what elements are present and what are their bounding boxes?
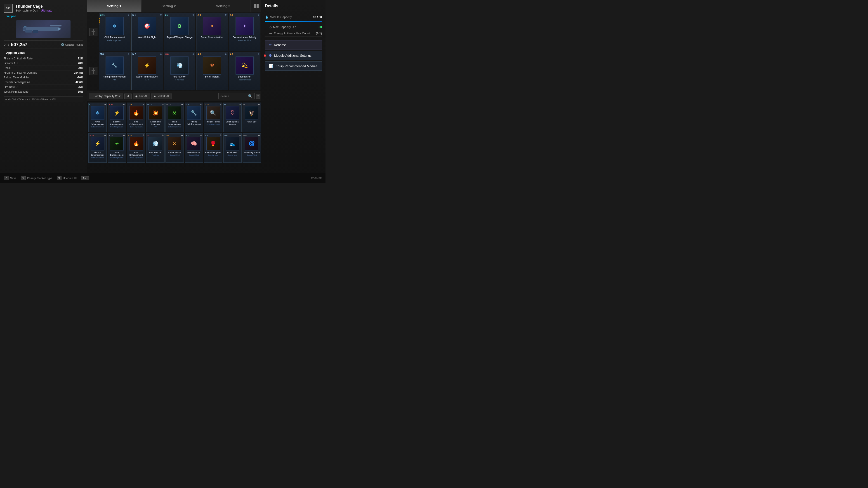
list-icon: 🌀 [245, 137, 258, 151]
list-item[interactable]: M 6 ⚙ 🥊 Real-Life Fighter Special Mod [204, 133, 222, 163]
list-socket: ⚙ [200, 134, 202, 136]
card-icon-better: ✦ [203, 17, 221, 35]
detail-row-maxcap: ◇ Max Capacity UP + 30 [265, 24, 322, 30]
list-icon: ⚡ [110, 106, 124, 120]
list-type: Fire Rate [152, 154, 159, 156]
module-card-action[interactable]: M 8 ⚙ ⚡ Action and Reaction ATK [131, 52, 163, 90]
list-item[interactable]: ✕ 7 ⚙ 💨 Fire Rate UP Fire Rate [146, 133, 164, 163]
list-item[interactable]: M 12 ⚙ 🔧 Rifling Reinforcement [185, 103, 203, 132]
module-card-insight[interactable]: A 8 ⚙ 👁 Better Insight [196, 52, 228, 90]
main-area: Setting 1 Setting 2 Setting 3 [87, 0, 262, 183]
list-name: Insight Focus [207, 121, 220, 123]
list-item[interactable]: R 6 ⚙ 🌀 Sweeping Squad Special Mod [243, 133, 261, 163]
module-card-weakpoint[interactable]: M 8 ⚙ 🎯 Weak Point Sight [131, 13, 163, 51]
card-name-edging: Edging Shot [238, 75, 251, 78]
stat-row: Rounds per Magazine 42.6% [4, 80, 83, 85]
list-item[interactable]: A 13 ⚙ 🔥 Fire Enhancement Bullet Improve… [127, 103, 145, 132]
right-panel: Details 💧 Module Capacity 80 / 80 ◇ Max … [261, 0, 326, 183]
stat-row: Firearm Critical Hit Damage 194.8% [4, 70, 83, 75]
detail-row-capacity: 💧 Module Capacity 80 / 80 [265, 14, 322, 20]
list-item[interactable]: M 11 ⚙ 🎖 Colon Special Forces [223, 103, 242, 132]
side-slot-bottom[interactable] [89, 67, 97, 75]
card-name-insight: Better Insight [205, 75, 219, 78]
rename-icon: ✏ [269, 43, 272, 47]
list-item[interactable]: R 12 ⚙ ☣ Toxic Enhancement Bullet Improv… [165, 103, 184, 132]
tab-setting-3[interactable]: Setting 3 [196, 0, 250, 12]
list-item[interactable]: A 11 ⚙ 🔍 Insight Focus Firearm Critical … [204, 103, 222, 132]
tab-setting-2[interactable]: Setting 2 [142, 0, 196, 12]
rename-label: Rename [274, 43, 286, 47]
rename-button[interactable]: ✏ Rename [265, 40, 322, 50]
list-item[interactable]: R 11 ⚙ 🦅 Hawk-Eye [243, 103, 261, 132]
equip-recommended-button[interactable]: 📊 Equip Recommended Module [265, 61, 322, 71]
list-cost: A 11 [128, 134, 132, 136]
tier-icon: ◈ [135, 95, 137, 98]
sort-button[interactable]: ↕ Sort by: Capacity Cost [89, 94, 123, 99]
list-cost: C 14 [89, 103, 94, 106]
list-socket: ⚙ [143, 134, 145, 136]
stat-value-5: 42.6% [75, 80, 83, 84]
maxcap-icon: ◇ [270, 25, 272, 29]
card-icon-chill: ❄ [105, 17, 124, 35]
stat-name-1: Firearm ATK [4, 62, 19, 65]
list-icon: 🔥 [129, 137, 143, 151]
module-card-edging[interactable]: A 8 ⚙ 💫 Edging Shot Firearm Critical [229, 52, 260, 90]
list-cost: A 6 [166, 134, 169, 136]
card-socket-conc: ⚙ [257, 14, 259, 16]
card-icon-wp: 🎯 [138, 17, 156, 35]
search-input[interactable] [220, 95, 247, 98]
list-type: Bullet Improvem [110, 126, 123, 128]
stat-value-1: 78% [78, 62, 83, 65]
detail-row-energy: — Energy Activator Use Count (1/1) [265, 30, 322, 37]
list-item[interactable]: A 11 ⚙ 🔥 Fire Enhancement Bullet Improve… [127, 133, 145, 163]
list-socket: ⚙ [258, 134, 260, 136]
list-item[interactable]: M 6 ⚙ 👟 Brisk Walk Special Mod [223, 133, 242, 163]
list-item[interactable]: ✕ 13 ⚙ ⚡ Electric Enhancement Bullet Imp… [107, 103, 126, 132]
socket-button[interactable]: ◈ Socket: All [151, 94, 172, 99]
tab-grid-icon[interactable] [250, 0, 262, 12]
list-item[interactable]: ✕ 11 ⚙ ⚡ Electric Enhancement Bullet Imp… [88, 133, 107, 163]
warning-indicator [264, 55, 266, 57]
applied-value-header: Applied Value [4, 51, 83, 55]
socket-icon: ◈ [154, 95, 156, 98]
list-icon: ☣ [168, 106, 181, 120]
module-card-firerate[interactable]: ✕ 6 ⚙ 💨 Fire Rate UP Fire Rate [164, 52, 195, 90]
additional-settings-button[interactable]: ⚙ Module Additional Settings [265, 51, 322, 60]
module-card-rifling[interactable]: M 8 ⚙ 🔧 Rifling Reinforcement ATK [99, 52, 130, 90]
card-icon-firerate: 💨 [170, 57, 188, 74]
tab-setting-1[interactable]: Setting 1 [87, 0, 142, 12]
list-item[interactable]: M 6 ⚙ 🧠 Mental Focus Special Mod [185, 133, 203, 163]
action-change-socket: Y Change Socket Type [21, 176, 52, 180]
search-box[interactable]: 🔍 [218, 93, 254, 99]
list-item[interactable]: R 11 ⚙ ☣ Toxic Enhancement Bullet Improv… [107, 133, 126, 163]
card-header-wp: M 8 ⚙ [132, 14, 162, 16]
list-name: Chill Enhancement [89, 121, 106, 126]
card-cost-action: M 8 [132, 53, 136, 56]
weapon-type: Submachine Gun [16, 9, 38, 12]
list-socket: ⚙ [258, 103, 260, 106]
list-type: Special Mod [189, 154, 199, 156]
refresh-button[interactable]: ↺ [124, 94, 131, 99]
tab-label-1: Setting 1 [107, 4, 121, 8]
list-cost: M 11 [224, 103, 229, 106]
list-cost: M 6 [205, 134, 208, 136]
card-cost-conc: A 8 [230, 14, 233, 16]
card-socket-better: ⚙ [225, 14, 227, 16]
module-card-conc[interactable]: A 8 ⚙ ✦ Concentration Priority Firearm C… [229, 13, 260, 51]
list-item[interactable]: M 12 ⚙ 💥 Action and Reaction ATK [146, 103, 164, 132]
card-cost-wp: M 8 [132, 14, 136, 16]
list-name: Rifling Reinforcement [186, 121, 202, 126]
module-card-chill[interactable]: C 11 ⚙ ❄ Chill Enhancement Bullet Improv… [99, 13, 130, 51]
list-icon: 🔧 [187, 106, 201, 120]
card-socket-wp: ⚙ [160, 14, 162, 16]
side-slot-top[interactable] [89, 28, 97, 36]
module-card-better[interactable]: A 8 ⚙ ✦ Better Concentration [196, 13, 228, 51]
module-card-expand[interactable]: C 7 ⚙ ⚙ Expand Weapon Charge [164, 13, 195, 51]
svg-rect-2 [25, 30, 32, 33]
list-item[interactable]: C 14 ⚙ ❄ Chill Enhancement Bullet Improv… [88, 103, 107, 132]
tier-button[interactable]: ◈ Tier: All [133, 94, 150, 99]
unequip-key: X [57, 176, 61, 180]
svg-rect-11 [92, 31, 95, 32]
help-button[interactable]: ? [256, 94, 260, 98]
list-item[interactable]: A 6 ⚙ ⚔ Lethal Finish Special Mod [165, 133, 184, 163]
